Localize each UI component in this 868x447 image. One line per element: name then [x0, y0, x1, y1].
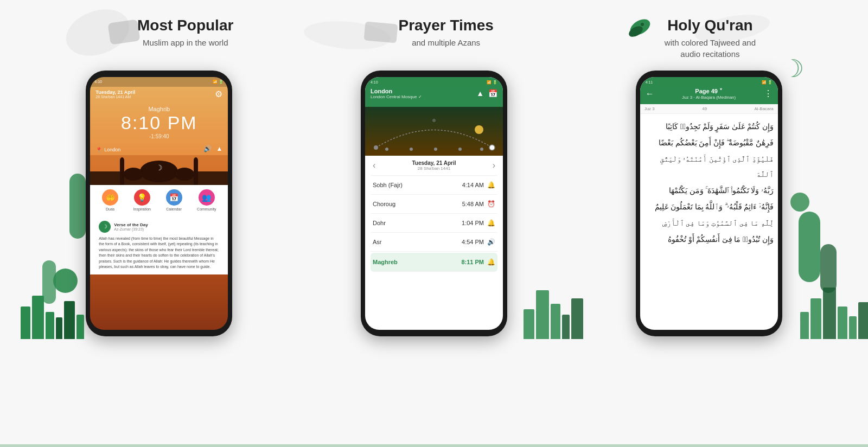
feature-most-popular: Most Popular Muslim app in the world	[109, 16, 233, 48]
features-row: Most Popular Muslim app in the world Pra…	[0, 0, 868, 65]
feature-prayer-title: Prayer Times	[398, 16, 493, 35]
prayer-fajr-time: 4:14 AM	[462, 182, 484, 188]
quran-text-area: وَإِن كُنتُمْ عَلَىٰ سَفَرٍ وَلَمْ تَجِد…	[640, 114, 778, 254]
phone3-time-status: 4:11	[646, 80, 653, 85]
prayer-choroug-icon[interactable]: ⏰	[487, 200, 495, 208]
phone1-wrapper: 4:10 📶 🔋 Tuesday, 21 April 28 Sha'ban 14…	[86, 71, 232, 336]
prayer-nav: ‹ Tuesday, 21 April 28 Sha'ban 1441 ›	[371, 156, 497, 176]
decoration-blob2	[364, 21, 398, 43]
prayer-list: ‹ Tuesday, 21 April 28 Sha'ban 1441 › So…	[365, 156, 503, 272]
prayer-fajr-icon[interactable]: 🔔	[487, 181, 495, 189]
phone3-screen: 4:11 📶 🔋 ← Page 49 ˅ Juz 3 · Al-Baqara (…	[640, 77, 778, 330]
verse-label-area: Verse of the Day Az-Zumar (39:23)	[114, 222, 148, 231]
prayer-maghreb-time: 8:11 PM	[461, 259, 484, 265]
quran-line-6: لِّلَّهِ مَا فِى ٱلسَّمَٰوَٰتِ وَمَا فِى…	[644, 216, 774, 231]
phone3-icons-status: 📶 🔋	[762, 80, 773, 85]
phone3-statusbar: 4:11 📶 🔋	[646, 80, 773, 85]
phone1-main-time: Maghrib 8:10 PM -1:59:40	[90, 101, 228, 142]
phone3-info-center: 49	[702, 106, 707, 111]
verse-avatar: ☽	[99, 221, 111, 233]
phone1-statusbar: 4:10 📶 🔋	[90, 77, 228, 87]
prayer-name-maghreb: Maghreb	[373, 259, 398, 265]
prayer-maghreb-icon[interactable]: 🔔	[487, 258, 495, 266]
phone3-page-text: Page 49	[695, 88, 718, 94]
phone1-hijri: 28 Sha'ban 1441 AM	[95, 95, 135, 99]
phone3-frame: 4:11 📶 🔋 ← Page 49 ˅ Juz 3 · Al-Baqara (…	[636, 71, 782, 336]
prayer-name-choroug: Choroug	[373, 201, 395, 207]
prayer-nav-next[interactable]: ›	[493, 161, 495, 170]
phone1-icon-grid: 🤲 Duas 💡 Inspiration 📅 Calendar	[94, 189, 224, 211]
verse-card: ☽ Verse of the Day Az-Zumar (39:23) Alla…	[94, 216, 224, 274]
phone1-countdown: -1:59:40	[90, 133, 228, 139]
phone1-icon-duas[interactable]: 🤲 Duas	[102, 189, 118, 211]
svg-point-22	[480, 148, 483, 151]
phone1-icon-inspiration[interactable]: 💡 Inspiration	[133, 189, 151, 211]
feature-popular-subtitle: Muslim app in the world	[137, 37, 233, 48]
quran-line-5: فَإِنَّهُۥٓ ءَاثِمٌ قَلْبُهُۥ ۗ وَٱللَّه…	[644, 200, 774, 215]
phone1-date-row: Tuesday, 21 April 28 Sha'ban 1441 AM ⚙	[90, 87, 228, 101]
deco-moon: ☽	[782, 54, 804, 83]
feature-prayer-times: Prayer Times and multiple Azans	[365, 16, 493, 48]
prayer-row-choroug: Choroug 5:48 AM ⏰	[371, 195, 497, 214]
prayer-asr-icon[interactable]: 🔊	[487, 238, 495, 246]
phone3-back-icon[interactable]: ←	[646, 89, 654, 99]
svg-rect-8	[120, 161, 124, 185]
prayer-row-maghreb: Maghreb 8:11 PM 🔔	[371, 253, 497, 272]
phone1-city: 📍 London	[95, 147, 120, 153]
svg-point-16	[432, 119, 436, 122]
phone1-sound-icon[interactable]: 🔊	[203, 145, 212, 152]
phone1-community-label: Community	[197, 207, 216, 211]
feature-prayer-subtitle: and multiple Azans	[398, 37, 493, 48]
verse-label: Verse of the Day	[114, 222, 148, 227]
prayer-row-fajr: Sobh (Fajr) 4:14 AM 🔔	[371, 176, 497, 195]
deco-rect-right2	[820, 244, 837, 293]
phone1-calendar-label: Calendar	[166, 207, 181, 211]
phone3-page-title: Page 49 ˅	[682, 88, 736, 95]
prayer-dohr-icon[interactable]: 🔔	[487, 219, 495, 227]
phone1-clock: 8:10 PM	[90, 112, 228, 133]
prayer-row-asr: Asr 4:54 PM 🔊	[371, 233, 497, 252]
svg-text:☽: ☽	[156, 163, 163, 172]
prayer-date-center: Tuesday, 21 April 28 Sha'ban 1441	[412, 160, 456, 171]
phone1-icons-status: 📶 🔋	[213, 80, 224, 84]
quran-line-2: فَرِهَٰنٌ مَّقْبُوضَةٌ ۖ فَإِنْ أَمِنَ ب…	[644, 136, 774, 151]
svg-point-19	[410, 148, 413, 151]
phone1-date: Tuesday, 21 April	[95, 90, 135, 95]
phone1-time-status: 4:10	[94, 80, 102, 84]
verse-ref: Az-Zumar (39:23)	[114, 227, 148, 231]
phone1-icon-calendar[interactable]: 📅 Calendar	[166, 189, 182, 211]
prayer-row-dohr: Dohr 1:04 PM 🔔	[371, 214, 497, 233]
prayer-name-fajr: Sobh (Fajr)	[373, 182, 403, 188]
verse-header: ☽ Verse of the Day Az-Zumar (39:23)	[99, 221, 219, 233]
svg-point-20	[434, 148, 437, 151]
svg-rect-10	[194, 161, 198, 185]
phone3-menu-icon[interactable]: ⋮	[764, 88, 773, 99]
prayer-time-dohr: 1:04 PM 🔔	[462, 219, 495, 227]
phone1-icon-community[interactable]: 👥 Community	[197, 189, 216, 211]
phone1-screen: 4:10 📶 🔋 Tuesday, 21 April 28 Sha'ban 14…	[90, 77, 228, 330]
quran-line-4: رَبَّهُۥ وَلَا تَكْتُمُوا۟ ٱلشَّهَٰدَةَ …	[644, 183, 774, 199]
quran-line-7: وَإِن تُبْدُوا۟ مَا فِىٓ أَنفُسِكُمْ أَو…	[644, 232, 774, 247]
decoration-blob	[108, 20, 141, 45]
phone1-duas-label: Duas	[106, 207, 114, 211]
phone2-share-icon[interactable]: ▲	[476, 89, 484, 98]
phone3-page-info: Page 49 ˅ Juz 3 · Al-Baqara (Medinan)	[682, 88, 736, 100]
deco-circle-right	[790, 193, 809, 212]
phone2-calendar-icon[interactable]: 📅	[488, 89, 497, 98]
phone1-city-row: 📍 London 🔊 ▲	[90, 143, 228, 155]
deco-rect-right	[799, 212, 820, 282]
phone1-share-icon[interactable]: ▲	[216, 145, 222, 152]
svg-point-17	[489, 145, 495, 150]
phone1-settings-icon[interactable]: ⚙	[215, 89, 222, 99]
prayer-asr-time: 4:54 PM	[462, 239, 484, 245]
phone1-date-info: Tuesday, 21 April 28 Sha'ban 1441 AM	[95, 90, 135, 99]
phone1-controls: 🔊 ▲	[203, 145, 222, 152]
feature-quran-subtitle: with colored Tajweed and audio recitatio…	[661, 37, 759, 60]
phone3-wrapper: ☽ 4:11 📶 🔋 ← Page 49	[636, 71, 782, 336]
phone2-mosque: London Central Mosque ✓	[371, 94, 422, 99]
phone2-time-status: 4:10	[371, 80, 378, 85]
svg-point-2	[641, 23, 644, 26]
phone2-sun-arc	[365, 107, 503, 156]
prayer-nav-prev[interactable]: ‹	[373, 161, 375, 170]
phone3-nav: ← Page 49 ˅ Juz 3 · Al-Baqara (Medinan) …	[646, 88, 773, 100]
